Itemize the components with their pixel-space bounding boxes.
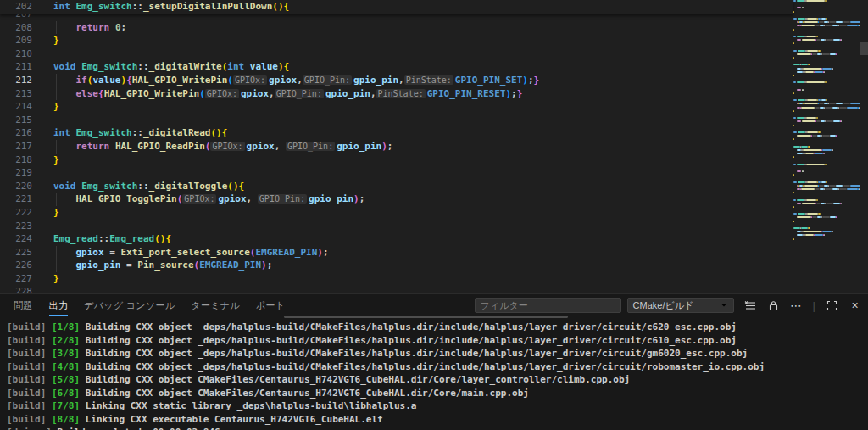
minimap[interactable] (793, 0, 860, 293)
code-line[interactable]: 202int Emg_switch::_setupDigitalInPullDo… (0, 0, 793, 14)
maximize-panel-icon[interactable] (826, 299, 838, 312)
panel-tab-inactive[interactable]: ターミナル (191, 294, 240, 316)
line-number[interactable]: 202 (0, 0, 32, 14)
panel-tab-inactive[interactable]: デバッグ コンソール (84, 294, 175, 316)
minimap-token (793, 11, 794, 13)
code-token: , (398, 75, 404, 86)
line-number[interactable]: 212 (0, 74, 32, 87)
output-filter-input[interactable] (475, 298, 621, 313)
line-number[interactable]: 225 (0, 246, 32, 260)
code-line[interactable]: 221 HAL_GPIO_TogglePin(GPIOx:gpiox, GPIO… (0, 193, 539, 206)
line-number[interactable]: 209 (0, 34, 32, 47)
line-number[interactable]: 218 (0, 154, 32, 167)
code-line[interactable]: 223 (0, 220, 539, 233)
code-line-content[interactable]: int Emg_switch::_digitalRead(){ (53, 126, 227, 140)
line-number[interactable]: 221 (0, 193, 32, 206)
minimap-token (802, 39, 815, 41)
line-number[interactable]: 220 (0, 180, 32, 193)
code-line-content[interactable]: } (53, 154, 59, 167)
code-line-content[interactable]: } (53, 206, 59, 220)
code-line[interactable]: 227} (0, 272, 539, 286)
code-line[interactable]: 219 (0, 166, 539, 180)
code-line-content[interactable]: gpiox = Exti_port_select_source(EMGREAD_… (53, 246, 329, 260)
output-line: [build] [8/8] Linking CXX executable Cen… (7, 413, 868, 427)
code-line[interactable]: 217 return HAL_GPIO_ReadPin(GPIOx:gpiox,… (0, 140, 539, 154)
line-number[interactable]: 210 (0, 47, 32, 61)
code-line[interactable]: 208 return 0; (0, 21, 539, 35)
minimap-token (798, 99, 806, 101)
minimap-line (793, 142, 860, 144)
minimap-token (832, 25, 839, 26)
code-line-content[interactable]: int Emg_switch::_setupDigitalInPullDown(… (53, 0, 289, 14)
panel-tab-inactive[interactable]: 問題 (14, 294, 33, 316)
code-line-content[interactable]: if(value){HAL_GPIO_WritePin(GPIOx:gpiox,… (53, 74, 539, 87)
output-horizontal-scrollbar[interactable] (284, 316, 568, 318)
line-number[interactable]: 227 (0, 272, 32, 286)
line-number[interactable]: 215 (0, 114, 32, 127)
code-line-content[interactable]: void Emg_switch::_digitalToggle(){ (53, 180, 244, 193)
auto-scroll-lock-icon[interactable] (767, 299, 780, 312)
code-line[interactable]: 224Emg_read::Emg_read(){ (0, 232, 539, 246)
editor-vertical-scrollbar[interactable] (860, 42, 868, 55)
code-line[interactable]: 214} (0, 100, 539, 114)
code-line[interactable]: 218} (0, 154, 539, 167)
panel-tab-inactive[interactable]: ポート (256, 294, 285, 316)
code-line-content[interactable]: Emg_read::Emg_read(){ (53, 232, 171, 246)
panel-tab-active[interactable]: 出力 (49, 294, 69, 316)
code-line-content[interactable]: gpio_pin = Pin_source(EMGREAD_PIN); (53, 259, 272, 272)
code-line-content[interactable]: } (53, 34, 59, 47)
code-line-content[interactable]: HAL_GPIO_TogglePin(GPIOx:gpiox, GPIO_Pin… (53, 193, 364, 206)
line-number[interactable]: 224 (0, 232, 32, 246)
line-number[interactable]: 219 (0, 166, 32, 180)
code-line[interactable]: 211void Emg_switch::_digitalWrite(int va… (0, 60, 539, 74)
code-line[interactable]: 212 if(value){HAL_GPIO_WritePin(GPIOx:gp… (0, 74, 539, 87)
code-line[interactable]: 225 gpiox = Exti_port_select_source(EMGR… (0, 246, 539, 260)
minimap-token (836, 103, 843, 104)
clear-output-icon[interactable] (744, 299, 757, 312)
more-actions-icon[interactable]: ⋯ (790, 299, 803, 312)
minimap-line (793, 242, 860, 243)
code-token: return (76, 141, 110, 152)
line-number[interactable]: 228 (0, 285, 32, 293)
line-number[interactable]: 211 (0, 60, 32, 74)
minimap-token (793, 64, 800, 65)
line-number[interactable]: 216 (0, 126, 32, 140)
line-number[interactable]: 222 (0, 206, 32, 220)
code-token: GPIOx: (210, 142, 244, 151)
code-line[interactable]: 226 gpio_pin = Pin_source(EMGREAD_PIN); (0, 259, 539, 272)
panel-header: 問題出力デバッグ コンソールターミナルポート CMake/ビルド (0, 294, 868, 316)
line-number[interactable]: 217 (0, 140, 32, 154)
code-token: ; (121, 22, 127, 33)
code-line-content[interactable]: return HAL_GPIO_ReadPin(GPIOx:gpiox, GPI… (53, 140, 392, 154)
code-line[interactable]: 220void Emg_switch::_digitalToggle(){ (0, 180, 539, 193)
code-line-content[interactable]: return 0; (53, 21, 126, 35)
code-line-content[interactable]: void Emg_switch::_digitalWrite(int value… (53, 60, 289, 74)
line-number[interactable]: 223 (0, 220, 32, 233)
code-line[interactable]: 222} (0, 206, 539, 220)
line-number[interactable]: 213 (0, 87, 32, 101)
line-number[interactable]: 226 (0, 259, 32, 272)
minimap-token (806, 164, 825, 165)
code-line[interactable]: 228 (0, 285, 539, 293)
minimap-token (822, 216, 830, 218)
code-line[interactable]: 215 (0, 114, 539, 127)
output-channel-select[interactable]: CMake/ビルド (627, 298, 734, 313)
minimap-token (829, 185, 837, 187)
code-line[interactable]: 216int Emg_switch::_digitalRead(){ (0, 126, 539, 140)
minimap-token (830, 53, 837, 55)
code-line-content[interactable]: } (53, 100, 59, 114)
code-line-content[interactable]: else{HAL_GPIO_WritePin(GPIOx:gpiox,GPIO_… (53, 87, 522, 101)
code-line[interactable]: 209} (0, 34, 539, 47)
code-line[interactable]: 210 (0, 47, 539, 61)
minimap-token (826, 99, 827, 101)
code-editor[interactable]: 202int Emg_switch::_setupDigitalInPullDo… (0, 0, 868, 293)
close-panel-icon[interactable]: × (849, 299, 861, 312)
minimap-token (793, 75, 794, 76)
code-line[interactable]: 213 else{HAL_GPIO_WritePin(GPIOx:gpiox,G… (0, 87, 539, 101)
output-line: [build] [4/8] Building CXX object _deps/… (7, 360, 868, 374)
code-token: gpiox (241, 88, 269, 99)
line-number[interactable]: 208 (0, 21, 32, 35)
code-line-content[interactable]: } (53, 272, 59, 286)
sticky-scroll-line[interactable]: 202int Emg_switch::_setupDigitalInPullDo… (0, 0, 793, 14)
line-number[interactable]: 214 (0, 100, 32, 114)
